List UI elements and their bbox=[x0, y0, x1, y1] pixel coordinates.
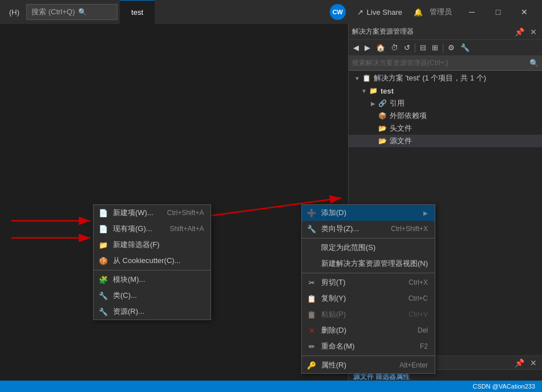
close-button[interactable]: ✕ bbox=[511, 0, 537, 24]
prop-close-button[interactable]: ✕ bbox=[528, 358, 539, 368]
resource-label: 资源(R)... bbox=[113, 306, 204, 317]
properties-label: 属性(R) bbox=[321, 360, 386, 370]
ctx-item-cut[interactable]: ✂ 剪切(T) Ctrl+X bbox=[302, 274, 435, 290]
copy-shortcut: Ctrl+C bbox=[408, 294, 428, 302]
panel-search-text[interactable]: 搜索解决方案资源管理器(Ctrl+;) bbox=[352, 58, 529, 68]
add-icon: ➕ bbox=[306, 208, 317, 218]
left-ctx-sep1 bbox=[94, 270, 211, 270]
class-wizard-label: 类向导(Z)... bbox=[321, 224, 377, 234]
panel-close-button[interactable]: ✕ bbox=[528, 27, 539, 37]
restore-button[interactable]: □ bbox=[485, 0, 511, 24]
cut-icon: ✂ bbox=[306, 277, 317, 288]
tree-item-references[interactable]: ▶ 🔗 引用 bbox=[349, 97, 542, 110]
tree-item-project[interactable]: ▼ 📁 test bbox=[349, 84, 542, 97]
panel-title-bar: 解决方案资源管理器 📌 ✕ bbox=[349, 24, 542, 40]
ctx-item-module[interactable]: 🧩 模块(M)... bbox=[94, 272, 211, 288]
scope-icon bbox=[306, 243, 317, 253]
ctx-sep1 bbox=[302, 238, 435, 239]
left-context-menu: 📄 新建项(W)... Ctrl+Shift+A 📄 现有项(G)... Shi… bbox=[93, 204, 211, 320]
add-label: 添加(D) bbox=[321, 208, 419, 218]
toolbar-home[interactable]: 🏠 bbox=[374, 42, 387, 53]
ctx-item-cookiecutter[interactable]: 🍪 从 Cookiecutter(C)... bbox=[94, 253, 211, 269]
delete-shortcut: Del bbox=[418, 326, 428, 334]
existing-item-label: 现有项(G)... bbox=[113, 224, 156, 234]
tree-item-external-deps[interactable]: 📦 外部依赖项 bbox=[349, 110, 542, 122]
solution-label: 解决方案 'test' (1 个项目，共 1 个) bbox=[374, 73, 486, 83]
ctx-item-copy[interactable]: 📋 复制(Y) Ctrl+C bbox=[302, 290, 435, 306]
tree-item-solution[interactable]: ▼ 📋 解决方案 'test' (1 个项目，共 1 个) bbox=[349, 72, 542, 84]
toolbar-sep bbox=[415, 43, 415, 52]
header-files-label: 头文件 bbox=[390, 123, 412, 134]
rename-shortcut: F2 bbox=[420, 342, 428, 350]
references-icon: 🔗 bbox=[377, 99, 387, 108]
ctx-item-new-filter[interactable]: 📁 新建筛选器(F) bbox=[94, 237, 211, 253]
toolbar-settings[interactable]: ⚙ bbox=[446, 42, 457, 53]
scope-label: 限定为此范围(S) bbox=[321, 243, 428, 253]
toolbar-filter[interactable]: ⏱ bbox=[389, 42, 401, 53]
menu-h[interactable]: (H) bbox=[5, 6, 24, 19]
search-icon: 🔍 bbox=[78, 8, 87, 16]
expand-icon: ▶ bbox=[369, 100, 377, 107]
ctx-item-add[interactable]: ➕ 添加(D) bbox=[302, 205, 435, 221]
ctx-item-existing-item[interactable]: 📄 现有项(G)... Shift+Alt+A bbox=[94, 221, 211, 237]
ctx-item-scope[interactable]: 限定为此范围(S) bbox=[302, 240, 435, 256]
project-icon: 📁 bbox=[368, 86, 378, 95]
source-folder-icon: 📂 bbox=[377, 136, 387, 146]
cut-shortcut: Ctrl+X bbox=[408, 278, 428, 286]
paste-icon: 📋 bbox=[306, 309, 317, 320]
ctx-item-class[interactable]: 🔧 类(C)... bbox=[94, 288, 211, 304]
toolbar-properties[interactable]: 🔧 bbox=[458, 42, 472, 53]
new-item-icon: 📄 bbox=[98, 208, 108, 218]
tree-item-source-files[interactable]: 📂 源文件 bbox=[349, 135, 542, 147]
tab-title[interactable]: test bbox=[120, 0, 155, 24]
minimize-button[interactable]: ─ bbox=[459, 0, 485, 24]
tree-item-header-files[interactable]: 📂 头文件 bbox=[349, 122, 542, 135]
ctx-item-resource[interactable]: 🔧 资源(R)... bbox=[94, 304, 211, 320]
toolbar-collapse[interactable]: ⊟ bbox=[418, 42, 428, 53]
properties-icon: 🔑 bbox=[306, 360, 317, 370]
prop-pin-button[interactable]: 📌 bbox=[513, 358, 526, 368]
copy-label: 复制(Y) bbox=[321, 293, 395, 304]
right-context-menu: ➕ 添加(D) 🔧 类向导(Z)... Ctrl+Shift+X 限定为此范围(… bbox=[301, 204, 435, 374]
new-item-label: 新建项(W)... bbox=[113, 208, 153, 218]
ctx-item-class-wizard[interactable]: 🔧 类向导(Z)... Ctrl+Shift+X bbox=[302, 221, 435, 237]
paste-shortcut: Ctrl+V bbox=[408, 310, 428, 318]
notification-icon: 🔔 bbox=[414, 8, 423, 17]
prop-controls: 📌 ✕ bbox=[513, 358, 539, 368]
panel-search-bar: 搜索解决方案资源管理器(Ctrl+;) 🔍 bbox=[349, 56, 542, 71]
rename-icon: ✏ bbox=[306, 341, 317, 351]
header-folder-icon: 📂 bbox=[377, 124, 387, 133]
panel-pin-button[interactable]: 📌 bbox=[513, 27, 526, 37]
ctx-item-properties[interactable]: 🔑 属性(R) Alt+Enter bbox=[302, 357, 435, 373]
toolbar-expand[interactable]: ⊞ bbox=[430, 42, 440, 53]
toolbar-back[interactable]: ◀ bbox=[351, 42, 361, 53]
panel-search-icon: 🔍 bbox=[529, 59, 539, 67]
rename-label: 重命名(M) bbox=[321, 341, 406, 351]
ctx-item-rename[interactable]: ✏ 重命名(M) F2 bbox=[302, 338, 435, 354]
solution-icon: 📋 bbox=[361, 74, 371, 83]
properties-shortcut: Alt+Enter bbox=[399, 361, 428, 369]
live-share-icon: ↗ bbox=[357, 8, 363, 17]
resource-icon: 🔧 bbox=[98, 306, 108, 317]
delete-icon: ✕ bbox=[306, 325, 317, 336]
ctx-sep3 bbox=[302, 355, 435, 356]
status-text: CSDN @VACation233 bbox=[473, 383, 535, 390]
live-share-label: Live Share bbox=[367, 8, 402, 17]
main-area: 解决方案资源管理器 📌 ✕ ◀ ▶ 🏠 ⏱ ↺ ⊟ ⊞ ⚙ 🔧 搜索解决方案资源… bbox=[0, 24, 542, 392]
search-box[interactable]: 搜索 (Ctrl+Q) 🔍 bbox=[26, 4, 118, 20]
ctx-item-new-item[interactable]: 📄 新建项(W)... Ctrl+Shift+A bbox=[94, 205, 211, 221]
cookiecutter-icon: 🍪 bbox=[98, 256, 108, 266]
live-share-button[interactable]: ↗ Live Share bbox=[353, 7, 407, 18]
expand-icon bbox=[369, 138, 377, 144]
new-filter-label: 新建筛选器(F) bbox=[113, 240, 204, 250]
toolbar-refresh[interactable]: ↺ bbox=[402, 42, 412, 53]
ctx-item-new-view[interactable]: 新建解决方案资源管理器视图(N) bbox=[302, 256, 435, 272]
search-label: 搜索 (Ctrl+Q) bbox=[31, 7, 75, 17]
expand-icon: ▼ bbox=[360, 88, 368, 94]
ctx-item-delete[interactable]: ✕ 删除(D) Del bbox=[302, 322, 435, 338]
toolbar-forward[interactable]: ▶ bbox=[362, 42, 373, 53]
copy-icon: 📋 bbox=[306, 293, 317, 304]
class-wizard-shortcut: Ctrl+Shift+X bbox=[391, 225, 428, 233]
module-icon: 🧩 bbox=[98, 274, 108, 285]
class-wizard-icon: 🔧 bbox=[306, 224, 317, 234]
